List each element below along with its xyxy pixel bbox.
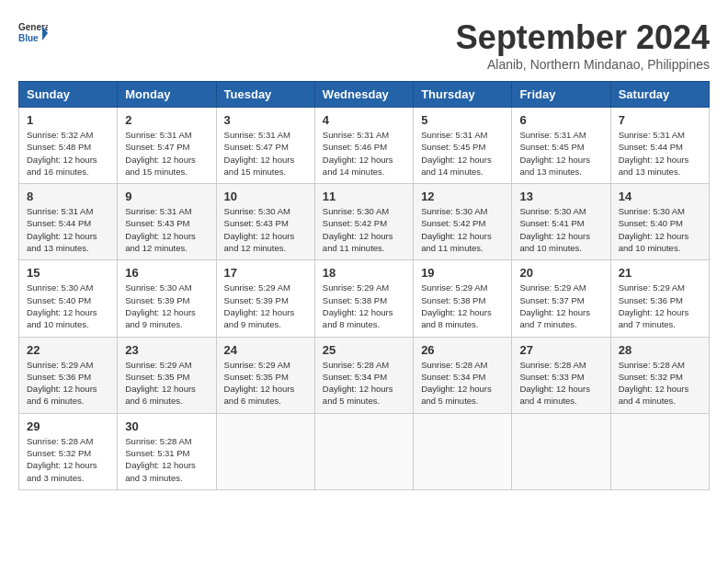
calendar-day-23: 23 Sunrise: 5:29 AMSunset: 5:35 PMDaylig… — [118, 337, 216, 413]
calendar-day-28: 28 Sunrise: 5:28 AMSunset: 5:32 PMDaylig… — [610, 337, 709, 413]
calendar-day-27: 27 Sunrise: 5:28 AMSunset: 5:33 PMDaylig… — [512, 337, 610, 413]
calendar-day-13: 13 Sunrise: 5:30 AMSunset: 5:41 PMDaylig… — [512, 184, 610, 260]
calendar-day-25: 25 Sunrise: 5:28 AMSunset: 5:34 PMDaylig… — [314, 337, 413, 413]
calendar-day-1: 1 Sunrise: 5:32 AMSunset: 5:48 PMDayligh… — [19, 108, 118, 184]
calendar-day-24: 24 Sunrise: 5:29 AMSunset: 5:35 PMDaylig… — [216, 337, 314, 413]
calendar-table: Sunday Monday Tuesday Wednesday Thursday… — [18, 81, 710, 490]
location-subtitle: Alanib, Northern Mindanao, Philippines — [456, 57, 710, 72]
calendar-header-row: Sunday Monday Tuesday Wednesday Thursday… — [19, 82, 710, 108]
calendar-day-2: 2 Sunrise: 5:31 AMSunset: 5:47 PMDayligh… — [118, 108, 216, 184]
calendar-day-6: 6 Sunrise: 5:31 AMSunset: 5:45 PMDayligh… — [512, 108, 610, 184]
calendar-day-8: 8 Sunrise: 5:31 AMSunset: 5:44 PMDayligh… — [19, 184, 118, 260]
header-monday: Monday — [118, 82, 216, 108]
header-sunday: Sunday — [19, 82, 118, 108]
header-wednesday: Wednesday — [314, 82, 413, 108]
calendar-day-9: 9 Sunrise: 5:31 AMSunset: 5:43 PMDayligh… — [118, 184, 216, 260]
calendar-day-4: 4 Sunrise: 5:31 AMSunset: 5:46 PMDayligh… — [314, 108, 413, 184]
header-tuesday: Tuesday — [216, 82, 314, 108]
calendar-day-12: 12 Sunrise: 5:30 AMSunset: 5:42 PMDaylig… — [414, 184, 512, 260]
title-block: September 2024 Alanib, Northern Mindanao… — [456, 18, 710, 72]
calendar-week-4: 22 Sunrise: 5:29 AMSunset: 5:36 PMDaylig… — [19, 337, 710, 413]
calendar-day-empty-1 — [216, 413, 314, 489]
header-thursday: Thursday — [414, 82, 512, 108]
calendar-week-3: 15 Sunrise: 5:30 AMSunset: 5:40 PMDaylig… — [19, 260, 710, 337]
calendar-day-26: 26 Sunrise: 5:28 AMSunset: 5:34 PMDaylig… — [414, 337, 512, 413]
calendar-day-21: 21 Sunrise: 5:29 AMSunset: 5:36 PMDaylig… — [610, 260, 709, 337]
calendar-day-22: 22 Sunrise: 5:29 AMSunset: 5:36 PMDaylig… — [19, 337, 118, 413]
calendar-week-5: 29 Sunrise: 5:28 AMSunset: 5:32 PMDaylig… — [19, 413, 710, 489]
calendar-day-empty-5 — [610, 413, 709, 489]
calendar-day-10: 10 Sunrise: 5:30 AMSunset: 5:43 PMDaylig… — [216, 184, 314, 260]
calendar-day-5: 5 Sunrise: 5:31 AMSunset: 5:45 PMDayligh… — [414, 108, 512, 184]
calendar-day-17: 17 Sunrise: 5:29 AMSunset: 5:39 PMDaylig… — [216, 260, 314, 337]
calendar-day-empty-2 — [314, 413, 413, 489]
calendar-day-14: 14 Sunrise: 5:30 AMSunset: 5:40 PMDaylig… — [610, 184, 709, 260]
calendar-week-2: 8 Sunrise: 5:31 AMSunset: 5:44 PMDayligh… — [19, 184, 710, 260]
calendar-day-16: 16 Sunrise: 5:30 AMSunset: 5:39 PMDaylig… — [118, 260, 216, 337]
calendar-day-3: 3 Sunrise: 5:31 AMSunset: 5:47 PMDayligh… — [216, 108, 314, 184]
calendar-day-empty-3 — [414, 413, 512, 489]
calendar-day-11: 11 Sunrise: 5:30 AMSunset: 5:42 PMDaylig… — [314, 184, 413, 260]
calendar-day-7: 7 Sunrise: 5:31 AMSunset: 5:44 PMDayligh… — [610, 108, 709, 184]
header-friday: Friday — [512, 82, 610, 108]
logo-svg-icon: General Blue — [18, 18, 48, 48]
page-header: General Blue September 2024 Alanib, Nort… — [18, 18, 710, 72]
calendar-week-1: 1 Sunrise: 5:32 AMSunset: 5:48 PMDayligh… — [19, 108, 710, 184]
logo: General Blue — [18, 18, 48, 48]
svg-text:Blue: Blue — [18, 33, 39, 43]
month-year-title: September 2024 — [456, 18, 710, 57]
calendar-day-15: 15 Sunrise: 5:30 AMSunset: 5:40 PMDaylig… — [19, 260, 118, 337]
calendar-day-30: 30 Sunrise: 5:28 AMSunset: 5:31 PMDaylig… — [118, 413, 216, 489]
header-saturday: Saturday — [610, 82, 709, 108]
calendar-day-empty-4 — [512, 413, 610, 489]
calendar-day-20: 20 Sunrise: 5:29 AMSunset: 5:37 PMDaylig… — [512, 260, 610, 337]
calendar-day-18: 18 Sunrise: 5:29 AMSunset: 5:38 PMDaylig… — [314, 260, 413, 337]
calendar-day-19: 19 Sunrise: 5:29 AMSunset: 5:38 PMDaylig… — [414, 260, 512, 337]
calendar-day-29: 29 Sunrise: 5:28 AMSunset: 5:32 PMDaylig… — [19, 413, 118, 489]
